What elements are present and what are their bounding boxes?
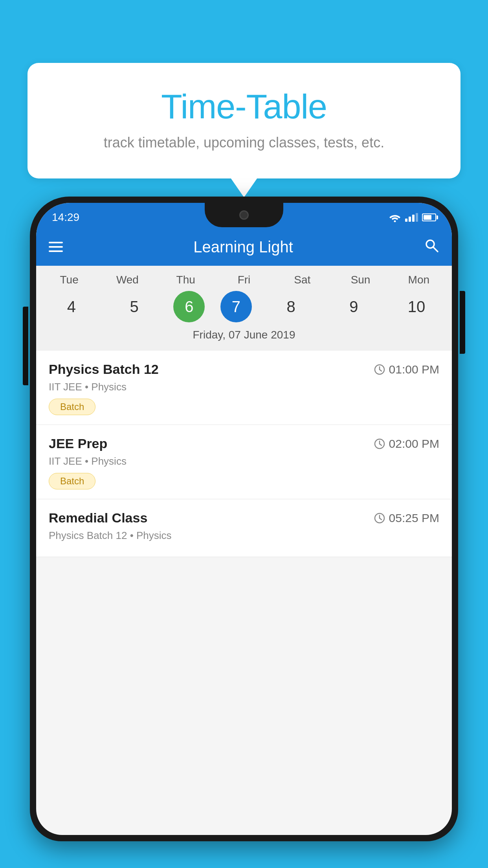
schedule-time-text-3: 05:25 PM (389, 511, 439, 525)
schedule-meta-3: Physics Batch 12 • Physics (49, 530, 439, 542)
status-icons (389, 213, 436, 222)
calendar-strip: Tue Wed Thu Fri Sat Sun Mon 4 5 6 7 8 9 … (36, 266, 452, 351)
battery-fill (424, 215, 431, 220)
day-name-sun: Sun (337, 274, 384, 286)
phone-outer: 14:29 (30, 197, 458, 841)
schedule-meta-1: IIT JEE • Physics (49, 381, 439, 393)
day-8[interactable]: 8 (268, 291, 315, 322)
svg-line-11 (380, 518, 382, 520)
batch-badge-2: Batch (49, 473, 95, 489)
day-name-fri: Fri (220, 274, 268, 286)
signal-icon (405, 213, 418, 222)
svg-line-2 (433, 247, 438, 252)
batch-badge-1: Batch (49, 399, 95, 415)
day-4[interactable]: 4 (48, 291, 95, 322)
schedule-item-header-2: JEE Prep 02:00 PM (49, 436, 439, 451)
phone-screen: 14:29 (36, 203, 452, 835)
day-name-thu: Thu (162, 274, 209, 286)
search-icon[interactable] (424, 237, 439, 257)
day-name-wed: Wed (104, 274, 151, 286)
svg-line-5 (380, 370, 382, 371)
selected-date-label: Friday, 07 June 2019 (36, 329, 452, 347)
clock-icon-3 (374, 513, 385, 524)
schedule-time-1: 01:00 PM (374, 363, 439, 376)
phone-mockup: 14:29 (30, 197, 458, 868)
speech-bubble: Time-Table track timetable, upcoming cla… (28, 63, 460, 178)
day-10[interactable]: 10 (393, 291, 440, 322)
battery-icon (422, 213, 436, 221)
schedule-time-text-2: 02:00 PM (389, 437, 439, 451)
day-names-row: Tue Wed Thu Fri Sat Sun Mon (36, 274, 452, 286)
day-5[interactable]: 5 (111, 291, 158, 322)
clock-icon-2 (374, 438, 385, 449)
schedule-time-2: 02:00 PM (374, 437, 439, 451)
svg-point-0 (394, 221, 396, 223)
day-name-mon: Mon (395, 274, 442, 286)
page-title: Time-Table (59, 86, 429, 127)
menu-icon[interactable] (49, 242, 63, 252)
schedule-time-3: 05:25 PM (374, 511, 439, 525)
svg-line-8 (380, 444, 382, 445)
app-bar: Learning Light (36, 228, 452, 266)
app-title: Learning Light (75, 238, 411, 256)
schedule-item-1[interactable]: Physics Batch 12 01:00 PM IIT JEE • Phys… (36, 351, 452, 425)
schedule-item-header-3: Remedial Class 05:25 PM (49, 510, 439, 526)
day-name-tue: Tue (46, 274, 93, 286)
status-time: 14:29 (52, 211, 79, 224)
phone-notch (205, 203, 283, 227)
wifi-icon (389, 213, 401, 222)
schedule-meta-2: IIT JEE • Physics (49, 455, 439, 467)
schedule-title-3: Remedial Class (49, 510, 147, 526)
schedule-title-2: JEE Prep (49, 436, 107, 451)
day-name-sat: Sat (279, 274, 326, 286)
schedule-item-3[interactable]: Remedial Class 05:25 PM Physics Batch 12… (36, 499, 452, 557)
schedule-item-header-1: Physics Batch 12 01:00 PM (49, 362, 439, 377)
day-9[interactable]: 9 (330, 291, 377, 322)
day-numbers-row: 4 5 6 7 8 9 10 (36, 291, 452, 322)
day-6-today[interactable]: 6 (173, 291, 205, 322)
front-camera (239, 210, 249, 220)
day-7-selected[interactable]: 7 (220, 291, 252, 322)
schedule-title-1: Physics Batch 12 (49, 362, 159, 377)
clock-icon-1 (374, 364, 385, 375)
schedule-item-2[interactable]: JEE Prep 02:00 PM IIT JEE • Physics Batc… (36, 425, 452, 499)
page-subtitle: track timetable, upcoming classes, tests… (59, 134, 429, 151)
speech-bubble-container: Time-Table track timetable, upcoming cla… (28, 63, 460, 178)
schedule-time-text-1: 01:00 PM (389, 363, 439, 376)
schedule-list: Physics Batch 12 01:00 PM IIT JEE • Phys… (36, 351, 452, 557)
